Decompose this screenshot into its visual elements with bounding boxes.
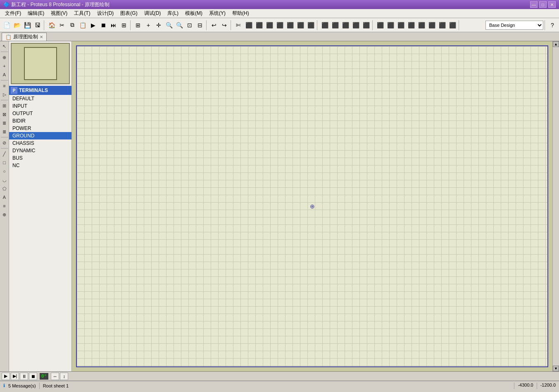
maximize-button[interactable]: □ [539,1,547,8]
schematic-canvas[interactable] [76,45,548,367]
help-button[interactable]: ? [547,20,557,30]
wire-label-tool[interactable]: A [0,71,9,79]
terminal-item-chassis[interactable]: CHASSIS [9,139,71,147]
tb-icon-18[interactable]: ⬛ [306,20,316,30]
grid-button[interactable]: ⊞ [133,20,143,30]
tb-icon-6[interactable]: ⏹ [98,20,108,30]
menu-view[interactable]: 视图(V) [48,9,71,18]
play-button[interactable]: ▶ [2,373,10,380]
menu-tools[interactable]: 工具(T) [71,9,93,18]
tb-icon-20[interactable]: ⬛ [330,20,340,30]
step-button[interactable]: ▶| [11,373,19,380]
tb-icon-28[interactable]: ⬛ [416,20,426,30]
tb-icon-29[interactable]: ⬛ [427,20,437,30]
zoom-out-button[interactable]: 🔍 [174,20,184,30]
port-tool[interactable]: ⊞ [0,102,9,110]
symbol-tool[interactable]: ≡ [0,202,9,210]
nav-left-button[interactable]: ↔ [51,373,59,380]
tb-icon-11[interactable]: ✄ [233,20,243,30]
text-tool[interactable]: A [0,193,9,201]
undo-button[interactable]: ↩ [209,20,219,30]
save-all-button[interactable]: 🖫 [33,20,43,30]
zoom-in-button[interactable]: 🔍 [164,20,174,30]
menu-debug[interactable]: 调试(D) [141,9,164,18]
junction-tool[interactable]: + [0,62,9,70]
tb-icon-12[interactable]: ⬛ [244,20,254,30]
tb-icon-5[interactable]: ▶ [88,20,98,30]
minimize-button[interactable]: — [530,1,538,8]
tb-icon-26[interactable]: ⬛ [396,20,406,30]
lt-btn-10[interactable]: ≣ [0,128,9,136]
scroll-down-button[interactable]: ▼ [553,366,559,371]
tb-icon-9[interactable]: + [143,20,153,30]
tb-icon-14[interactable]: ⬛ [264,20,274,30]
close-button[interactable]: ✕ [548,1,556,8]
zoom-fit-button[interactable]: ⊡ [185,20,195,30]
pause-button[interactable]: ⏸ [20,373,28,380]
menu-library[interactable]: 库(L) [164,9,182,18]
tb-icon-25[interactable]: ⬛ [385,20,395,30]
component-tool[interactable]: ⊕ [0,53,9,61]
scroll-track[interactable] [553,47,559,366]
tb-icon-27[interactable]: ⬛ [406,20,416,30]
save-button[interactable]: 💾 [22,20,32,30]
terminal-item-nc[interactable]: NC [9,162,71,169]
circle-tool[interactable]: ○ [0,167,9,175]
tb-icon-22[interactable]: ⬛ [351,20,361,30]
menu-edit[interactable]: 编辑(E) [24,9,48,18]
probe-tool[interactable]: ⊘ [0,139,9,147]
new-button[interactable]: 📄 [2,20,12,30]
tb-icon-21[interactable]: ⬛ [340,20,350,30]
scroll-up-button[interactable]: ▲ [553,41,559,47]
menu-file[interactable]: 文件(F) [2,9,24,18]
terminal-item-ground[interactable]: GROUND [9,132,71,139]
arc-tool[interactable]: ◡ [0,176,9,184]
line-tool[interactable]: ╱ [0,150,9,158]
menu-design[interactable]: 设计(D) [94,9,117,18]
nav-up-button[interactable]: ↕ [60,373,68,380]
bus-tool[interactable]: ≡ [0,82,9,90]
tb-icon-19[interactable]: ⬛ [320,20,330,30]
select-tool[interactable]: ↖ [0,42,9,50]
right-scrollbar[interactable]: ▲ ▼ [552,41,559,371]
terminal-item-dynamic[interactable]: DYNAMIC [9,147,71,154]
menu-graph[interactable]: 图表(G) [117,9,140,18]
origin-tool[interactable]: ⊕ [0,210,9,219]
copy-button[interactable]: ⧉ [67,20,77,30]
tb-icon-30[interactable]: ⬛ [437,20,447,30]
tb-icon-31[interactable]: ⬛ [447,20,457,30]
terminal-item-bidir[interactable]: BIDIR [9,117,71,125]
rect-tool[interactable]: □ [0,158,9,167]
tb-icon-24[interactable]: ⬛ [375,20,385,30]
tb-icon-10[interactable]: ✛ [154,20,164,30]
canvas-area[interactable] [72,41,552,371]
design-dropdown[interactable]: Base Design [485,21,543,30]
tb-icon-15[interactable]: ⬛ [275,20,285,30]
polygon-tool[interactable]: ⬠ [0,184,9,193]
menu-help[interactable]: 帮助(H) [229,9,252,18]
terminal-item-bus[interactable]: BUS [9,154,71,162]
terminal-item-power[interactable]: POWER [9,125,71,132]
terminal-tool[interactable]: ▷ [0,90,9,99]
tb-icon-8[interactable]: ⊞ [119,20,129,30]
tb-icon-23[interactable]: ⬛ [361,20,371,30]
menu-template[interactable]: 模板(M) [182,9,206,18]
stop-button[interactable]: ⏹ [29,373,37,380]
tb-icon-16[interactable]: ⬛ [285,20,295,30]
tb-icon-13[interactable]: ⬛ [254,20,264,30]
tab-schematic[interactable]: 📋 原理图绘制 ✕ [2,33,47,41]
cut-button[interactable]: ✂ [57,20,67,30]
home-button[interactable]: 🏠 [47,20,57,30]
tb-icon-17[interactable]: ⬛ [295,20,305,30]
zoom-full-button[interactable]: ⊟ [195,20,205,30]
menu-system[interactable]: 系统(Y) [206,9,229,18]
redo-button[interactable]: ↪ [219,20,229,30]
tab-close-icon[interactable]: ✕ [40,35,43,39]
tb-icon-7[interactable]: ⏭ [109,20,119,30]
open-button[interactable]: 📂 [12,20,22,30]
terminal-item-input[interactable]: INPUT [9,102,71,110]
paste-button[interactable]: 📋 [78,20,88,30]
lt-btn-9[interactable]: ≣ [0,119,9,127]
terminal-item-default[interactable]: DEFAULT [9,95,71,102]
lt-btn-8[interactable]: ⊠ [0,110,9,118]
